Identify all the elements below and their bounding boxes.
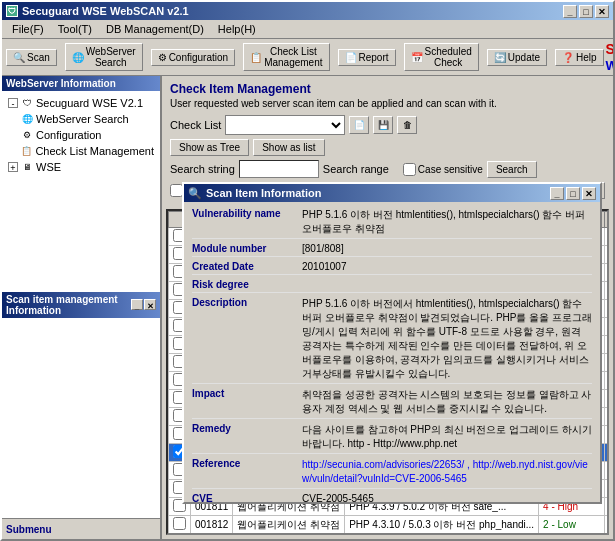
row-cve: CVE-2006-5178 xyxy=(604,426,609,444)
cve-dialog-value: CVE-2005-5465 xyxy=(302,493,592,502)
tree-label-root: Secuguard WSE V2.1 xyxy=(36,97,143,109)
checklist-label: Check List xyxy=(170,119,221,131)
checklist-tree-icon: 📋 xyxy=(20,144,33,158)
search-input[interactable] xyxy=(239,160,319,178)
help-button[interactable]: ❓ Help xyxy=(555,49,604,66)
configuration-button[interactable]: ⚙ Configuration xyxy=(151,49,235,66)
report-button[interactable]: 📄 Report xyxy=(338,49,396,66)
row-cve: CVE-2016-0701 xyxy=(604,264,609,282)
cve-dialog-label: CVE xyxy=(192,493,302,502)
window-title: Secuguard WSE WebSCAN v2.1 xyxy=(22,5,189,17)
module-label: Module number xyxy=(192,243,302,254)
reference-value: http://secunia.com/advisories/22653/ , h… xyxy=(302,458,592,486)
remedy-value: 다음 사이트를 참고하여 PHP의 최신 버전으로 업그레이드 하시기 바랍니다… xyxy=(302,423,592,451)
row-cve: CVE-2015-3196 xyxy=(604,228,609,246)
row-cve: CVE-2006-0996 xyxy=(604,408,609,426)
scan-info-minimize[interactable]: _ xyxy=(131,299,143,310)
dialog-row-created: Created Date 20101007 xyxy=(192,261,592,275)
checklist-select[interactable] xyxy=(225,115,345,135)
scan-info-close[interactable]: ✕ xyxy=(144,299,156,310)
main-window: 🛡 Secuguard WSE WebSCAN v2.1 _ □ ✕ File(… xyxy=(0,0,615,541)
dialog-row-desc: Description PHP 5.1.6 이하 버전에서 htmlentiti… xyxy=(192,297,592,384)
row-cve: CVE-2016-0800 xyxy=(604,300,609,318)
tree-expand-root[interactable]: - xyxy=(8,98,18,108)
row-item: PHP 4.3.10 / 5.0.3 이하 버전 php_handi... xyxy=(345,516,539,534)
dialog-close-btn[interactable]: ✕ xyxy=(582,187,596,200)
maximize-button[interactable]: □ xyxy=(579,5,593,18)
row-group: 웹어플리케이션 취약점 xyxy=(233,516,345,534)
col-cve: CVE xyxy=(604,212,609,228)
tree-label-wse: WSE xyxy=(36,161,61,173)
help-icon: ❓ xyxy=(562,52,574,63)
remedy-label: Remedy xyxy=(192,423,302,451)
dialog-title-bar: 🔍 Scan Item Information _ □ ✕ xyxy=(184,184,600,202)
case-sensitive-checkbox[interactable] xyxy=(403,163,416,176)
row-cve: CVE-2003-0442 xyxy=(604,318,609,336)
checklist-del-btn[interactable]: 🗑 xyxy=(397,116,417,134)
dialog-row-risk: Risk degree xyxy=(192,279,592,293)
row-cve: CVE-2006-5465 xyxy=(604,444,609,462)
row-checkbox-cell[interactable] xyxy=(169,516,191,534)
app-icon: 🛡 xyxy=(6,5,18,17)
risk-value xyxy=(302,279,592,290)
row-cve: CVE-2005-0596 xyxy=(604,354,609,372)
tree-list-row: Show as Tree Show as list xyxy=(170,139,605,156)
sidebar: WebServer Information - 🛡 Secuguard WSE … xyxy=(2,76,162,539)
checklist-icon: 📋 xyxy=(250,52,262,63)
scheduled-check-button[interactable]: 📅 Scheduled Check xyxy=(404,43,479,71)
dialog-icon: 🔍 xyxy=(188,187,202,200)
show-as-tree-btn[interactable]: Show as Tree xyxy=(170,139,249,156)
close-button[interactable]: ✕ xyxy=(595,5,609,18)
row-cve: CVE-2006-101... xyxy=(604,390,609,408)
search-row: Search string Search range Case sensitiv… xyxy=(170,160,605,178)
webserver-search-button[interactable]: 🌐 WebServer Search xyxy=(65,43,143,71)
dialog-minimize-btn[interactable]: _ xyxy=(550,187,564,200)
menu-tool[interactable]: Tool(T) xyxy=(52,22,98,36)
search-button[interactable]: Search xyxy=(487,161,537,178)
menu-db[interactable]: DB Management(D) xyxy=(100,22,210,36)
table-row[interactable]: 001812 웹어플리케이션 취약점 PHP 4.3.10 / 5.0.3 이하… xyxy=(169,516,610,534)
created-value: 20101007 xyxy=(302,261,592,272)
sidebar-item-config[interactable]: ⚙ Configuration xyxy=(6,127,156,143)
row-cve: CVE-2005-0524 xyxy=(604,516,609,534)
row-checkbox[interactable] xyxy=(173,517,186,530)
sidebar-item-checklist[interactable]: 📋 Check List Management xyxy=(6,143,156,159)
scan-item-info-dialog: 🔍 Scan Item Information _ □ ✕ Vulnerabil… xyxy=(182,182,602,504)
dialog-row-remedy: Remedy 다음 사이트를 참고하여 PHP의 최신 버전으로 업그레이드 하… xyxy=(192,423,592,454)
menu-bar: File(F) Tool(T) DB Management(D) Help(H) xyxy=(2,20,613,39)
row-cve: CVE-2003-1219 xyxy=(604,336,609,354)
module-value: [801/808] xyxy=(302,243,592,254)
scan-button[interactable]: 🔍 Scan xyxy=(6,49,57,66)
row-cve: CVE-2016-0703 xyxy=(604,282,609,300)
row-cve: CVE-2004-1018 xyxy=(604,462,609,480)
impact-label: Impact xyxy=(192,388,302,416)
dialog-maximize-btn[interactable]: □ xyxy=(566,187,580,200)
scan-info-content xyxy=(2,318,160,519)
checklist-new-btn[interactable]: 📄 xyxy=(349,116,369,134)
minimize-button[interactable]: _ xyxy=(563,5,577,18)
checklist-row: Check List 📄 💾 🗑 xyxy=(170,115,605,135)
dialog-row-module: Module number [801/808] xyxy=(192,243,592,257)
checklist-mgmt-button[interactable]: 📋 Check List Management xyxy=(243,43,329,71)
vuln-name-value: PHP 5.1.6 이하 버전 htmlentities(), htmlspec… xyxy=(302,208,592,236)
sidebar-item-root[interactable]: - 🛡 Secuguard WSE V2.1 xyxy=(6,95,156,111)
tree-expand-wse[interactable]: + xyxy=(8,162,18,172)
vuln-name-label: Vulnerability name xyxy=(192,208,302,236)
search-range-label: Search range xyxy=(323,163,389,175)
checklist-save-btn[interactable]: 💾 xyxy=(373,116,393,134)
update-button[interactable]: 🔄 Update xyxy=(487,49,547,66)
case-sensitive-label[interactable]: Case sensitive xyxy=(403,163,483,176)
menu-help[interactable]: Help(H) xyxy=(212,22,262,36)
tree-label-config: Configuration xyxy=(36,129,101,141)
menu-file[interactable]: File(F) xyxy=(6,22,50,36)
sidebar-item-wse[interactable]: + 🖥 WSE xyxy=(6,159,156,175)
tree-label-webscan: WebServer Search xyxy=(36,113,129,125)
schedule-icon: 📅 xyxy=(411,52,423,63)
row-cve: CVE-2004-1019 xyxy=(604,480,609,498)
show-as-list-btn[interactable]: Show as list xyxy=(253,139,324,156)
row-cve: CVE-2004-1063 xyxy=(604,498,609,516)
sidebar-item-webscan[interactable]: 🌐 WebServer Search xyxy=(6,111,156,127)
submenu-label: Submenu xyxy=(6,524,52,535)
search-string-label: Search string xyxy=(170,163,235,175)
sidebar-tree: - 🛡 Secuguard WSE V2.1 🌐 WebServer Searc… xyxy=(2,91,160,292)
